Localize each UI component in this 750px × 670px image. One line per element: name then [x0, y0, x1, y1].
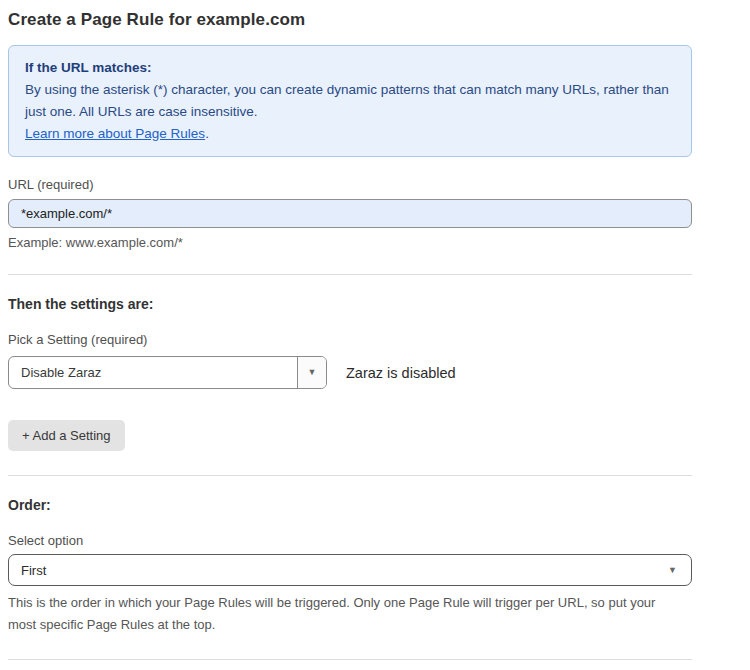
- setting-dropdown-arrow-button[interactable]: ▼: [297, 357, 326, 388]
- chevron-down-icon: ▼: [668, 566, 677, 575]
- page-title: Create a Page Rule for example.com: [8, 10, 692, 30]
- chevron-down-icon: ▼: [308, 368, 317, 377]
- order-help-text: This is the order in which your Page Rul…: [8, 592, 678, 635]
- divider-order-actions: [8, 659, 692, 660]
- order-select[interactable]: First ▼: [8, 554, 692, 586]
- page-rule-form: Create a Page Rule for example.com If th…: [0, 0, 692, 670]
- url-example-hint: Example: www.example.com/*: [8, 235, 692, 250]
- url-field-label: URL (required): [8, 177, 692, 192]
- setting-dropdown-value: Disable Zaraz: [9, 357, 297, 388]
- add-setting-button[interactable]: + Add a Setting: [8, 420, 125, 451]
- setting-dropdown[interactable]: Disable Zaraz ▼: [8, 356, 327, 389]
- learn-more-link[interactable]: Learn more about Page Rules: [25, 126, 205, 141]
- info-box-heading: If the URL matches:: [25, 57, 675, 79]
- info-box-body: By using the asterisk (*) character, you…: [25, 79, 675, 123]
- divider-settings-order: [8, 475, 692, 476]
- divider-url-settings: [8, 274, 692, 275]
- order-select-label: Select option: [8, 533, 692, 548]
- order-section-heading: Order:: [8, 497, 692, 513]
- url-match-info-box: If the URL matches: By using the asteris…: [8, 45, 692, 157]
- setting-status-text: Zaraz is disabled: [346, 365, 456, 381]
- url-input[interactable]: [8, 199, 692, 228]
- settings-section-heading: Then the settings are:: [8, 296, 692, 312]
- link-period: .: [205, 126, 209, 141]
- order-select-value: First: [21, 563, 46, 578]
- setting-picker-label: Pick a Setting (required): [8, 332, 692, 347]
- setting-picker-row: Disable Zaraz ▼ Zaraz is disabled: [8, 356, 692, 389]
- info-box-link-line: Learn more about Page Rules.: [25, 123, 675, 145]
